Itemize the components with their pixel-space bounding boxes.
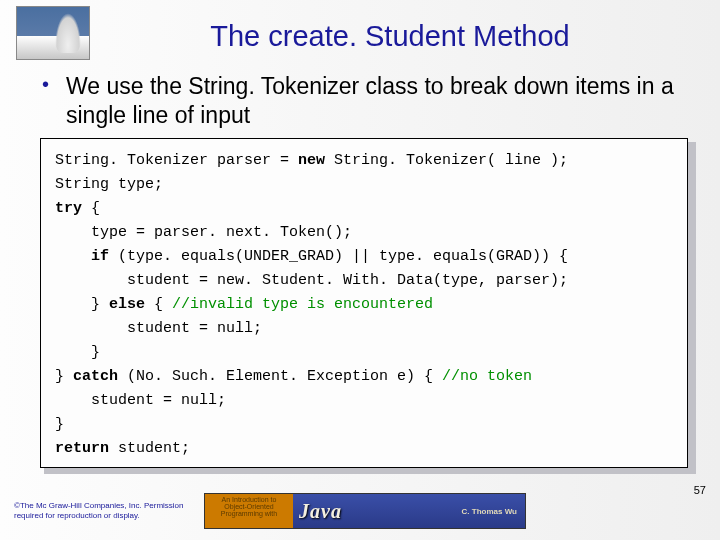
code-l8: student = null; (55, 320, 262, 337)
code-l2: String type; (55, 176, 163, 193)
code-l13b: student; (109, 440, 190, 457)
bullet-block: •We use the String. Tokenizer class to b… (42, 72, 700, 130)
code-l3b: { (82, 200, 100, 217)
code-l12: } (55, 416, 64, 433)
banner-java-label: Java (299, 500, 342, 523)
code-l7cm: //invalid type is encountered (172, 296, 433, 313)
bullet-dot: • (42, 72, 66, 97)
copyright-text: ©The Mc Graw-Hill Companies, Inc. Permis… (14, 501, 204, 520)
code-l5b: (type. equals(UNDER_GRAD) || type. equal… (109, 248, 568, 265)
banner-intro3: Programming with (205, 510, 293, 517)
code-l10b: (No. Such. Element. Exception e) { (118, 368, 442, 385)
slide-title: The create. Student Method (0, 20, 720, 53)
banner-intro1: An Introduction to (205, 496, 293, 503)
banner-author: C. Thomas Wu (462, 507, 517, 516)
code-l1a: String. Tokenizer parser = (55, 152, 298, 169)
code-box: String. Tokenizer parser = new String. T… (40, 138, 688, 468)
code-l10kw: catch (73, 368, 118, 385)
code-l11: student = null; (55, 392, 226, 409)
code-l9: } (55, 344, 100, 361)
banner-intro2: Object-Oriented (205, 503, 293, 510)
code-l7a: } (55, 296, 109, 313)
footer: ©The Mc Graw-Hill Companies, Inc. Permis… (14, 490, 706, 532)
code-l7b: { (145, 296, 172, 313)
code-l13kw: return (55, 440, 109, 457)
code-l5a (55, 248, 91, 265)
banner-left-box: An Introduction to Object-Oriented Progr… (205, 494, 293, 528)
banner-right: Java C. Thomas Wu (293, 500, 525, 523)
code-l10cm: //no token (442, 368, 532, 385)
code-l1kw: new (298, 152, 325, 169)
code-l10a: } (55, 368, 73, 385)
book-banner: An Introduction to Object-Oriented Progr… (204, 493, 526, 529)
code-l1b: String. Tokenizer( line ); (325, 152, 568, 169)
code-l3kw: try (55, 200, 82, 217)
code-l5kw: if (91, 248, 109, 265)
code-l7kw: else (109, 296, 145, 313)
code-l6: student = new. Student. With. Data(type,… (55, 272, 568, 289)
bullet-content: We use the String. Tokenizer class to br… (66, 72, 686, 130)
code-l4: type = parser. next. Token(); (55, 224, 352, 241)
